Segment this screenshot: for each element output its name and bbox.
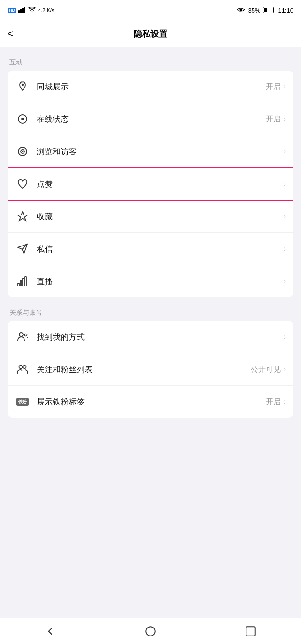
follow-fans-row[interactable]: 关注和粉丝列表 公开可见 › [8,353,293,386]
browse-visitors-arrow: › [284,147,286,156]
local-display-row[interactable]: 同城展示 开启 › [8,71,293,103]
find-person-icon [15,329,30,344]
svg-point-21 [146,627,155,636]
live-icon [15,274,30,289]
live-streaming-label: 直播 [37,276,281,287]
svg-point-17 [19,333,23,336]
svg-rect-6 [264,8,267,12]
nav-back-button[interactable] [42,623,59,640]
svg-rect-1 [20,9,22,13]
status-right: 35% 11:10 [237,7,293,15]
svg-rect-16 [25,277,26,286]
private-messages-row[interactable]: 私信 › [8,233,293,265]
online-status-row[interactable]: 在线状态 开启 › [8,103,293,135]
private-messages-arrow: › [284,245,286,253]
svg-point-18 [25,334,27,336]
browse-visitors-row[interactable]: 浏览和访客 › [8,135,293,168]
private-messages-label: 私信 [37,244,281,254]
favorites-arrow: › [284,212,286,221]
browse-icon [15,144,30,159]
speed-text: 4.2 K/s [38,8,54,13]
favorites-label: 收藏 [37,211,281,222]
iron-fan-arrow: › [284,398,286,406]
likes-label: 点赞 [37,179,281,190]
svg-point-4 [240,8,242,11]
find-me-row[interactable]: 找到我的方式 › [8,321,293,353]
svg-rect-2 [22,8,24,13]
battery-text: 35% [248,7,260,14]
local-display-label: 同城展示 [37,81,266,92]
find-me-label: 找到我的方式 [37,332,281,342]
status-bar: HD 4.2 K/s 35% [0,0,301,21]
account-card: 找到我的方式 › 关注和粉丝列表 公开可见 › 铁粉 展示铁粉标签 [8,321,293,418]
svg-point-7 [22,84,24,86]
svg-rect-14 [20,281,22,286]
svg-rect-0 [18,10,20,13]
online-status-label: 在线状态 [37,114,266,125]
follow-fans-arrow: › [284,365,286,374]
time-text: 11:10 [278,7,293,14]
svg-point-9 [21,118,24,120]
back-button[interactable]: < [8,28,14,40]
message-icon [15,241,30,256]
live-streaming-row[interactable]: 直播 › [8,265,293,297]
wifi-icon [28,7,36,15]
iron-fan-label: 展示铁粉标签 [37,397,266,407]
location-icon [15,79,30,94]
status-left: HD 4.2 K/s [8,7,54,15]
heart-icon [15,176,30,191]
svg-point-19 [19,366,23,369]
online-icon [15,111,30,127]
page-header: < 隐私设置 [0,21,301,47]
likes-arrow: › [284,180,286,188]
favorites-row[interactable]: 收藏 › [8,200,293,233]
follow-fans-value: 公开可见 [251,365,281,374]
settings-content: 互动 同城展示 开启 › 在线状态 开启 › [0,47,301,618]
eye-icon [237,7,245,14]
find-me-arrow: › [284,333,286,341]
online-status-value: 开启 [266,114,281,124]
network-icon [18,7,26,15]
section-label-interaction: 互动 [0,55,301,71]
local-display-arrow: › [284,82,286,91]
page-title: 隐私设置 [134,28,167,40]
iron-fan-row[interactable]: 铁粉 展示铁粉标签 开启 › [8,386,293,418]
battery-icon [263,7,275,15]
interaction-card: 同城展示 开启 › 在线状态 开启 › [8,71,293,297]
nav-square-button[interactable] [242,623,259,640]
fans-icon [15,362,30,377]
svg-point-20 [23,366,26,369]
follow-fans-label: 关注和粉丝列表 [37,364,251,375]
section-label-account: 关系与账号 [0,305,301,321]
svg-rect-13 [18,283,19,286]
hd-badge: HD [8,8,16,13]
browse-visitors-label: 浏览和访客 [37,146,281,157]
nav-home-button[interactable] [142,623,159,640]
svg-point-12 [22,151,24,152]
online-status-arrow: › [284,115,286,123]
svg-rect-15 [23,278,24,286]
iron-fan-icon: 铁粉 [15,394,30,409]
nav-bar [0,618,301,644]
svg-rect-22 [246,627,256,636]
local-display-value: 开启 [266,82,281,92]
star-icon [15,209,30,224]
likes-row[interactable]: 点赞 › [8,168,293,200]
iron-fan-value: 开启 [266,397,281,407]
svg-rect-3 [24,7,25,13]
live-streaming-arrow: › [284,277,286,286]
